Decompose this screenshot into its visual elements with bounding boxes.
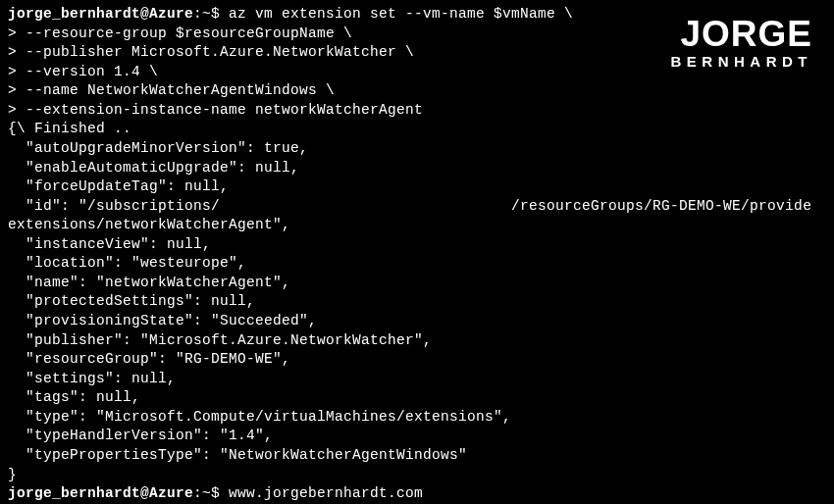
output-line: "resourceGroup": "RG-DEMO-WE", xyxy=(8,351,290,367)
prompt-user-host: jorge_bernhardt@Azure xyxy=(8,6,193,22)
brand-logo: JORGE BERNHARDT xyxy=(671,18,813,73)
output-line: "location": "westeurope", xyxy=(8,255,246,271)
continuation-line: > --name NetworkWatcherAgentWindows \ xyxy=(8,82,335,98)
output-line: "instanceView": null, xyxy=(8,236,211,252)
output-line: "id": "/subscriptions/ /resourceGroups/R… xyxy=(8,198,811,214)
logo-main-text: JORGE xyxy=(671,18,813,50)
command-line-2: www.jorgebernhardt.com xyxy=(229,485,423,501)
output-line: "typeHandlerVersion": "1.4", xyxy=(8,428,273,443)
output-line: "type": "Microsoft.Compute/virtualMachin… xyxy=(8,409,511,425)
output-line: "name": "networkWatcherAgent", xyxy=(8,275,290,290)
prompt-sep: :~$ xyxy=(193,485,229,501)
logo-sub-text: BERNHARDT xyxy=(671,52,813,72)
continuation-line: > --resource-group $resourceGroupName \ xyxy=(8,25,352,41)
output-line: "settings": null, xyxy=(8,371,176,386)
command-line-1: az vm extension set --vm-name $vmName \ xyxy=(229,6,573,22)
output-line: "publisher": "Microsoft.Azure.NetworkWat… xyxy=(8,332,432,348)
output-line: "autoUpgradeMinorVersion": true, xyxy=(8,140,308,156)
prompt-user-host: jorge_bernhardt@Azure xyxy=(8,485,193,501)
continuation-line: > --version 1.4 \ xyxy=(8,64,158,79)
output-line: "forceUpdateTag": null, xyxy=(8,178,229,194)
output-line: extensions/networkWatcherAgent", xyxy=(8,217,290,232)
output-line: "protectedSettings": null, xyxy=(8,293,255,309)
output-line: } xyxy=(8,467,17,482)
prompt-sep: :~$ xyxy=(193,6,229,22)
terminal-output[interactable]: jorge_bernhardt@Azure:~$ az vm extension… xyxy=(8,5,826,504)
output-line: "provisioningState": "Succeeded", xyxy=(8,313,317,328)
continuation-line: > --publisher Microsoft.Azure.NetworkWat… xyxy=(8,44,414,60)
output-line: {\ Finished .. xyxy=(8,121,131,136)
continuation-line: > --extension-instance-name networkWatch… xyxy=(8,102,423,118)
output-line: "typePropertiesType": "NetworkWatcherAge… xyxy=(8,447,467,463)
output-line: "tags": null, xyxy=(8,389,140,405)
output-line: "enableAutomaticUpgrade": null, xyxy=(8,160,299,176)
